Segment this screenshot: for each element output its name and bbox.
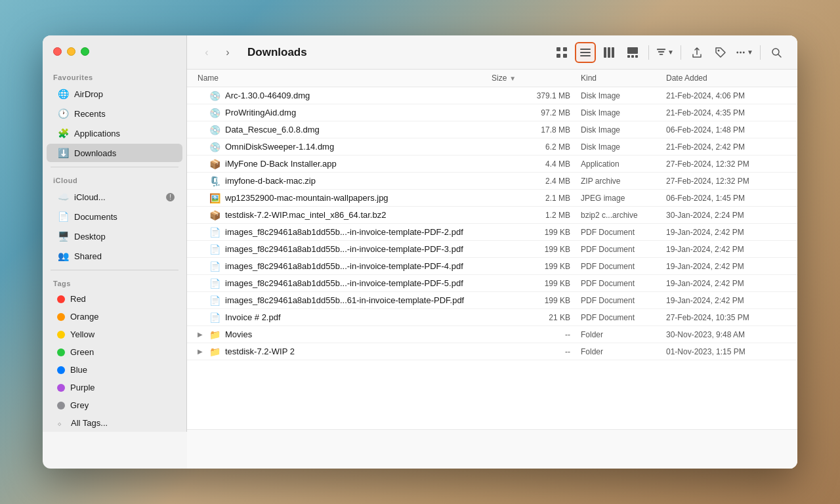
expand-arrow-icon[interactable]: ▶ <box>198 348 207 355</box>
forward-button[interactable]: › <box>219 43 237 62</box>
svg-point-18 <box>736 51 738 53</box>
table-row[interactable]: 📄 images_f8c29461a8ab1dd55b...-in-invoic… <box>187 258 797 275</box>
file-icon: 📄 <box>208 277 221 290</box>
tag-button[interactable] <box>710 42 731 63</box>
sidebar-item-tag-purple[interactable]: Purple <box>47 379 182 396</box>
col-header-kind[interactable]: Kind <box>570 74 656 83</box>
folder-title: Downloads <box>247 46 307 59</box>
file-icon: 📦 <box>208 209 221 222</box>
close-button[interactable] <box>53 47 62 56</box>
file-size: 6.2 MB <box>492 142 570 152</box>
table-row[interactable]: 💿 OmniDiskSweeper-1.14.dmg 6.2 MB Disk I… <box>187 138 797 156</box>
table-row[interactable]: 📦 testdisk-7.2-WIP.mac_intel_x86_64.tar.… <box>187 207 797 224</box>
col-header-size[interactable]: Size ▼ <box>492 74 570 83</box>
sidebar-item-label: Red <box>70 294 86 304</box>
title-bar <box>43 35 187 67</box>
file-icon: 💿 <box>208 123 221 136</box>
group-button[interactable]: ▼ <box>654 42 675 63</box>
file-kind: ZIP archive <box>570 177 656 186</box>
sidebar-item-tag-orange[interactable]: Orange <box>47 308 182 325</box>
table-row[interactable]: ▶ 📁 Movies -- Folder 30-Nov-2023, 9:48 A… <box>187 326 797 343</box>
col-header-name[interactable]: Name <box>198 74 492 83</box>
file-size: 199 KB <box>492 245 570 254</box>
file-date: 27-Feb-2024, 12:32 PM <box>656 177 787 186</box>
sidebar-item-applications[interactable]: 🧩 Applications <box>47 124 182 142</box>
sidebar-item-label: Downloads <box>74 148 116 158</box>
table-row[interactable]: 💿 Data_Rescue_6.0.8.dmg 17.8 MB Disk Ima… <box>187 121 797 138</box>
back-button[interactable]: ‹ <box>198 43 216 62</box>
sidebar-item-shared[interactable]: 👥 Shared <box>47 247 182 265</box>
file-icon: 💿 <box>208 106 221 119</box>
sidebar-item-tag-red[interactable]: Red <box>47 291 182 307</box>
expand-arrow-icon[interactable]: ▶ <box>198 331 207 338</box>
file-date: 21-Feb-2024, 4:06 PM <box>656 91 787 100</box>
search-button[interactable] <box>766 42 787 63</box>
file-date: 30-Jan-2024, 2:24 PM <box>656 211 787 220</box>
tag-blue-dot <box>57 366 65 374</box>
file-size: 17.8 MB <box>492 125 570 135</box>
list-view-button[interactable] <box>575 42 596 63</box>
sidebar-item-tag-blue[interactable]: Blue <box>47 362 182 378</box>
toolbar-divider-3 <box>760 45 761 60</box>
applications-icon: 🧩 <box>57 127 69 139</box>
column-view-button[interactable] <box>598 42 620 63</box>
file-name: Arc-1.30.0-46409.dmg <box>225 91 492 100</box>
file-kind: bzip2 c...archive <box>570 211 656 220</box>
recents-icon: 🕐 <box>57 108 69 119</box>
more-button[interactable]: ▼ <box>734 42 755 63</box>
column-headers: Name Size ▼ Kind Date Added <box>187 70 797 87</box>
sidebar-item-label: AirDrop <box>74 89 103 99</box>
sidebar-item-label: Shared <box>74 251 102 261</box>
file-date: 27-Feb-2024, 12:32 PM <box>656 159 787 169</box>
file-name: images_f8c29461a8ab1dd55b...-in-invoice-… <box>225 244 492 254</box>
svg-point-17 <box>718 49 720 51</box>
file-name: testdisk-7.2-WIP 2 <box>225 346 492 356</box>
share-button[interactable] <box>686 42 707 63</box>
col-header-date[interactable]: Date Added <box>656 74 787 83</box>
file-size: 21 KB <box>492 313 570 322</box>
sidebar-item-airdrop[interactable]: 🌐 AirDrop <box>47 85 182 103</box>
sidebar-item-all-tags[interactable]: ⬦ All Tags... <box>47 415 182 431</box>
file-size: 1.2 MB <box>492 211 570 220</box>
sidebar-item-icloud[interactable]: ☁️ iCloud... ! <box>47 188 182 206</box>
table-row[interactable]: 📄 images_f8c29461a8ab1dd55b...-in-invoic… <box>187 224 797 241</box>
sidebar-item-label: Orange <box>70 312 98 322</box>
tag-orange-dot <box>57 313 65 321</box>
sidebar-item-label: All Tags... <box>71 418 108 428</box>
table-row[interactable]: 💿 ProWritingAid.dmg 97.2 MB Disk Image 2… <box>187 104 797 121</box>
file-icon: 📁 <box>208 328 221 341</box>
sort-arrow-icon: ▼ <box>509 75 516 82</box>
table-row[interactable]: 💿 Arc-1.30.0-46409.dmg 379.1 MB Disk Ima… <box>187 87 797 104</box>
file-name: testdisk-7.2-WIP.mac_intel_x86_64.tar.bz… <box>225 210 492 220</box>
sidebar-item-recents[interactable]: 🕐 Recents <box>47 104 182 123</box>
table-row[interactable]: 🖼️ wp12352900-mac-mountain-wallpapers.jp… <box>187 190 797 207</box>
minimize-button[interactable] <box>67 47 75 56</box>
sidebar-item-tag-yellow[interactable]: Yellow <box>47 326 182 343</box>
table-row[interactable]: 📄 Invoice # 2.pdf 21 KB PDF Document 27-… <box>187 309 797 326</box>
sidebar-item-documents[interactable]: 📄 Documents <box>47 207 182 226</box>
file-date: 19-Jan-2024, 2:42 PM <box>656 245 787 254</box>
sidebar-item-desktop[interactable]: 🖥️ Desktop <box>47 227 182 245</box>
maximize-button[interactable] <box>81 47 89 56</box>
nav-buttons: ‹ › <box>198 43 237 62</box>
table-row[interactable]: 📄 images_f8c29461a8ab1dd55b...61-in-invo… <box>187 292 797 309</box>
sidebar-item-downloads[interactable]: ⬇️ Downloads <box>47 144 182 162</box>
sidebar-item-tag-green[interactable]: Green <box>47 344 182 360</box>
file-size: 199 KB <box>492 279 570 288</box>
file-kind: PDF Document <box>570 228 656 237</box>
table-row[interactable]: ▶ 📁 testdisk-7.2-WIP 2 -- Folder 01-Nov-… <box>187 343 797 360</box>
sidebar-item-tag-grey[interactable]: Grey <box>47 397 182 413</box>
table-row[interactable]: 🗜️ imyfone-d-back-mac.zip 2.4 MB ZIP arc… <box>187 173 797 190</box>
toolbar: ‹ › Downloads ▼ <box>187 35 797 70</box>
file-icon: 📄 <box>208 311 221 324</box>
icon-view-button[interactable] <box>551 42 572 63</box>
tag-yellow-dot <box>57 331 65 339</box>
tag-red-dot <box>57 295 65 303</box>
gallery-view-button[interactable] <box>622 42 643 63</box>
table-row[interactable]: 📦 iMyFone D-Back Installer.app 4.4 MB Ap… <box>187 156 797 173</box>
file-date: 01-Nov-2023, 1:15 PM <box>656 347 787 356</box>
table-row[interactable]: 📄 images_f8c29461a8ab1dd55b...-in-invoic… <box>187 241 797 258</box>
file-kind: PDF Document <box>570 313 656 322</box>
table-row[interactable]: 📄 images_f8c29461a8ab1dd55b...-in-invoic… <box>187 275 797 292</box>
file-kind: PDF Document <box>570 245 656 254</box>
